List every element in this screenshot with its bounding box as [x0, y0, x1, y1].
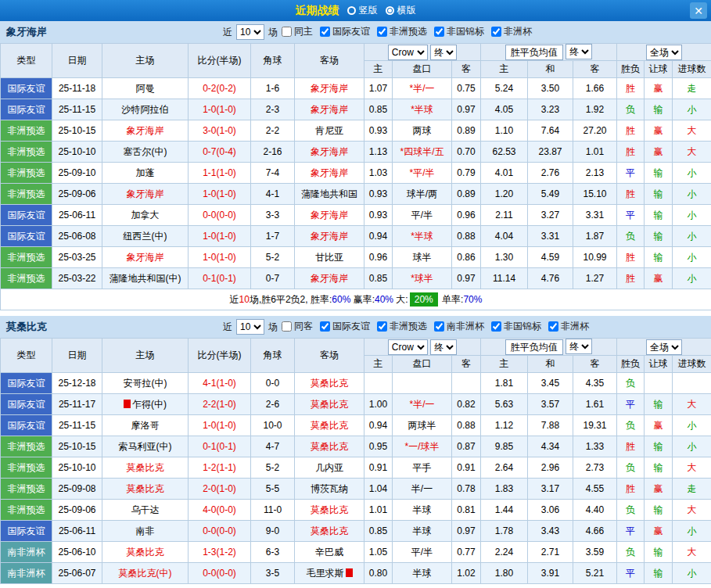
close-button[interactable]: ✕: [690, 2, 707, 19]
matches-table: 类型 日期 主场 比分(半场) 角球 客场 Crow 终 胜平负均值 终 全场: [0, 43, 711, 310]
away-team[interactable]: 象牙海岸: [295, 78, 364, 99]
home-team[interactable]: 莫桑比克: [102, 542, 189, 563]
wdl-final-select[interactable]: 终: [566, 339, 592, 354]
away-team[interactable]: 蒲隆地共和国: [295, 184, 364, 205]
home-team[interactable]: 乌干达: [102, 500, 189, 521]
home-team-name: 象牙海岸: [127, 188, 164, 199]
checkbox-input[interactable]: [282, 27, 292, 37]
away-team[interactable]: 博茨瓦纳: [295, 479, 364, 500]
home-team[interactable]: 加蓬: [102, 163, 189, 184]
away-team[interactable]: 辛巴威: [295, 542, 364, 563]
home-team[interactable]: 象牙海岸: [102, 120, 189, 142]
away-team[interactable]: 象牙海岸: [295, 142, 364, 163]
home-team[interactable]: 塞舌尔(中): [102, 142, 189, 163]
home-team[interactable]: 莫桑比克: [102, 457, 189, 479]
odds-final-select[interactable]: 终: [430, 339, 457, 355]
filter-checkbox[interactable]: 同客: [282, 320, 313, 333]
away-team[interactable]: 象牙海岸: [295, 99, 364, 120]
away-team[interactable]: 莫桑比克: [295, 415, 364, 436]
checkbox-input[interactable]: [320, 27, 330, 37]
filter-checkbox[interactable]: 国际友谊: [320, 25, 370, 38]
layout-radio-horizontal[interactable]: 横版: [386, 4, 416, 17]
home-team-name: 阿曼: [136, 83, 155, 94]
result-wdl: 负: [617, 99, 645, 120]
away-team-name: 甘比亚: [315, 252, 343, 263]
avg-lose: 4.55: [573, 479, 617, 500]
checkbox-input[interactable]: [434, 27, 444, 37]
col-avg-draw: 和: [528, 356, 573, 373]
score: 3-0(1-0): [189, 120, 251, 142]
away-team[interactable]: 毛里求斯: [295, 563, 364, 584]
match-row: 国际友谊25-06-08纽西兰(中)1-0(1-0)1-7象牙海岸0.94*半球…: [1, 226, 711, 247]
checkbox-input[interactable]: [491, 27, 501, 37]
home-team[interactable]: 纽西兰(中): [102, 226, 189, 247]
home-team[interactable]: 乍得(中): [102, 394, 189, 415]
filter-checkbox[interactable]: 非洲预选: [377, 320, 427, 333]
match-count-select[interactable]: 10: [236, 24, 264, 40]
away-team[interactable]: 象牙海岸: [295, 163, 364, 184]
corners: 0-0: [251, 373, 295, 394]
filter-bar: 近 10 场 同客国际友谊非洲预选南非洲杯非国锦标非洲杯: [223, 319, 600, 335]
scope-select[interactable]: 全场: [646, 339, 682, 355]
odds-final-select[interactable]: 终: [430, 45, 457, 60]
odds-source-select[interactable]: Crow: [388, 339, 428, 355]
home-team[interactable]: 阿曼: [102, 78, 189, 99]
col-score: 比分(半场): [189, 44, 251, 78]
home-team[interactable]: 加拿大: [102, 205, 189, 226]
col-date: 日期: [52, 44, 102, 78]
checkbox-input[interactable]: [282, 321, 292, 332]
away-team[interactable]: 莫桑比克: [295, 436, 364, 457]
filter-checkbox[interactable]: 非洲杯: [491, 25, 532, 38]
result-wdl: 负: [617, 500, 645, 521]
home-team[interactable]: 沙特阿拉伯: [102, 99, 189, 120]
checkbox-input[interactable]: [377, 27, 387, 37]
home-team[interactable]: 南非: [102, 521, 189, 542]
wdl-final-select[interactable]: 终: [566, 44, 592, 59]
away-team[interactable]: 莫桑比克: [295, 500, 364, 521]
checkbox-input[interactable]: [320, 321, 330, 332]
away-team-name: 象牙海岸: [311, 167, 348, 178]
wdl-average-label[interactable]: 胜平负均值: [505, 45, 563, 60]
home-team[interactable]: 摩洛哥: [102, 415, 189, 436]
match-count-select[interactable]: 10: [236, 319, 264, 335]
home-team[interactable]: 莫桑比克: [102, 479, 189, 500]
away-team[interactable]: 象牙海岸: [295, 226, 364, 247]
result-wdl: 负: [617, 542, 645, 563]
home-team[interactable]: 安哥拉(中): [102, 373, 189, 394]
filter-checkbox[interactable]: 非国锦标: [434, 25, 484, 38]
away-team[interactable]: 甘比亚: [295, 247, 364, 268]
layout-radio-vertical[interactable]: 竖版: [347, 4, 378, 17]
checkbox-input[interactable]: [548, 321, 558, 332]
col-home: 主场: [102, 339, 189, 373]
result-goals: 大: [673, 542, 711, 563]
home-team[interactable]: 象牙海岸: [102, 184, 189, 205]
checkbox-input[interactable]: [377, 321, 387, 332]
away-team[interactable]: 几内亚: [295, 457, 364, 479]
filter-checkbox[interactable]: 国际友谊: [320, 320, 370, 333]
away-team[interactable]: 象牙海岸: [295, 268, 364, 289]
away-team[interactable]: 象牙海岸: [295, 205, 364, 226]
filter-checkbox[interactable]: 非洲预选: [377, 25, 427, 38]
scope-select[interactable]: 全场: [646, 45, 682, 60]
checkbox-input[interactable]: [434, 321, 444, 332]
filter-checkbox[interactable]: 同主: [282, 25, 313, 38]
avg-lose: 1.61: [573, 394, 617, 415]
result-handicap: 输: [645, 500, 673, 521]
odds-source-select[interactable]: Crow: [388, 45, 428, 60]
filter-checkbox[interactable]: 非国锦标: [491, 320, 541, 333]
away-team[interactable]: 莫桑比克: [295, 521, 364, 542]
score: 0-7(0-4): [189, 142, 251, 163]
filter-checkbox[interactable]: 非洲杯: [548, 320, 589, 333]
corners: 11-0: [251, 500, 295, 521]
home-team[interactable]: 蒲隆地共和国(中): [102, 268, 189, 289]
checkbox-input[interactable]: [491, 321, 501, 332]
home-team[interactable]: 象牙海岸: [102, 247, 189, 268]
home-team[interactable]: 莫桑比克(中): [102, 563, 189, 584]
result-goals: 小: [673, 436, 711, 457]
away-team[interactable]: 肯尼亚: [295, 120, 364, 142]
home-team[interactable]: 索马利亚(中): [102, 436, 189, 457]
filter-checkbox[interactable]: 南非洲杯: [434, 320, 484, 333]
away-team[interactable]: 莫桑比克: [295, 394, 364, 415]
wdl-average-label[interactable]: 胜平负均值: [505, 339, 563, 355]
away-team[interactable]: 莫桑比克: [295, 373, 364, 394]
